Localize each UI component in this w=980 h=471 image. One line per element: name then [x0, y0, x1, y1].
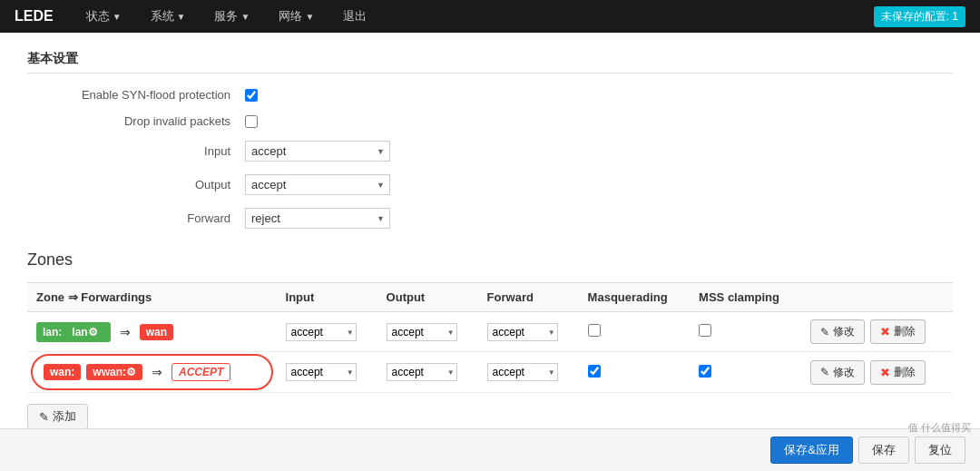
wan-input-cell: accept reject drop	[277, 352, 377, 393]
gear-icon: ⚙	[88, 326, 98, 339]
lan-output-cell: accept reject drop	[377, 312, 478, 352]
lan-forward-select[interactable]: accept reject drop	[487, 323, 558, 341]
wan-mss-checkbox[interactable]	[699, 365, 711, 378]
col-output: Output	[377, 283, 478, 312]
section-title: 基本设置	[27, 51, 953, 74]
wan-masquerading-cell	[579, 352, 690, 393]
output-select[interactable]: accept reject drop	[245, 174, 390, 195]
wan-row-actions: ✎ 修改 ✖ 删除	[810, 360, 944, 385]
wwan-badge[interactable]: wwan: ⚙	[86, 364, 142, 380]
wan-forward-select[interactable]: accept reject drop	[487, 363, 558, 381]
bottom-bar: 保存&应用 保存 复位	[0, 428, 980, 471]
chevron-down-icon: ▼	[305, 12, 314, 22]
col-masquerading: Masquerading	[579, 283, 690, 312]
wan-zone-forward-cell: wan: wwan: ⚙ ⇒ ACCEPT	[27, 352, 277, 393]
lan-badge[interactable]: lan: lan ⚙	[36, 322, 111, 342]
lan-mss-cell	[690, 312, 801, 352]
forward-row: Forward accept reject drop	[27, 208, 953, 229]
input-select[interactable]: accept reject drop	[245, 141, 390, 162]
lan-forward-select-container: accept reject drop	[487, 323, 558, 341]
wwan-label: wwan:	[93, 366, 126, 378]
chevron-down-icon: ▼	[240, 12, 250, 22]
lan-output-select[interactable]: accept reject drop	[387, 323, 457, 341]
wan-forward-cell: accept reject drop	[478, 352, 579, 393]
wan-masquerading-checkbox[interactable]	[588, 365, 601, 378]
forward-select[interactable]: accept reject drop	[245, 208, 390, 229]
forward-select-container: accept reject drop	[245, 208, 390, 229]
table-header-row: Zone ⇒ Forwardings Input Output Forward …	[27, 283, 953, 312]
forward-label: Forward	[45, 211, 245, 225]
forward-control: accept reject drop	[245, 208, 390, 229]
output-control: accept reject drop	[245, 174, 390, 195]
lan-actions-cell: ✎ 修改 ✖ 删除	[801, 312, 953, 352]
delete-icon: ✖	[880, 366, 890, 379]
wan-forward-badge[interactable]: wan	[140, 324, 173, 340]
lan-inner-badge[interactable]: lan ⚙	[65, 324, 103, 340]
wan-forward-select-container: accept reject drop	[487, 363, 558, 381]
brand: LEDE	[15, 8, 54, 25]
col-mss-clamping: MSS clamping	[690, 283, 801, 312]
zone-forward-wrap: lan: lan ⚙ ⇒ wan	[36, 322, 268, 342]
lan-edit-button[interactable]: ✎ 修改	[810, 319, 865, 344]
wan-input-select-container: accept reject drop	[286, 363, 357, 381]
wan-mss-cell	[690, 352, 801, 393]
wan-input-select[interactable]: accept reject drop	[286, 363, 357, 381]
lan-forward-cell: accept reject drop	[478, 312, 579, 352]
delete-icon: ✖	[880, 325, 890, 339]
syn-flood-label: Enable SYN-flood protection	[45, 88, 245, 102]
zones-section: Zones Zone ⇒ Forwardings Input Output Fo…	[27, 250, 953, 429]
save-button[interactable]: 保存	[858, 437, 909, 464]
watermark: 值 什么值得买	[908, 421, 971, 435]
lan-mss-checkbox[interactable]	[699, 324, 711, 337]
lan-masquerading-cell	[579, 312, 690, 352]
col-input: Input	[277, 283, 377, 312]
syn-flood-checkbox[interactable]	[245, 89, 258, 102]
lan-output-select-container: accept reject drop	[387, 323, 457, 341]
nav-network[interactable]: 网络 ▼	[273, 0, 319, 33]
navbar: LEDE 状态 ▼ 系统 ▼ 服务 ▼ 网络 ▼ 退出 未保存的配置: 1	[0, 0, 980, 33]
arrow-icon: ⇒	[146, 365, 168, 379]
wan-output-cell: accept reject drop	[377, 352, 478, 393]
nav-system[interactable]: 系统 ▼	[145, 0, 191, 33]
main-content: 基本设置 Enable SYN-flood protection Drop in…	[0, 33, 980, 471]
lan-masquerading-checkbox[interactable]	[588, 324, 601, 337]
gear-icon: ⚙	[126, 366, 136, 378]
nav-logout[interactable]: 退出	[338, 0, 372, 33]
reset-button[interactable]: 复位	[915, 437, 965, 464]
col-zone-forwardings: Zone ⇒ Forwardings	[27, 283, 277, 312]
input-select-container: accept reject drop	[245, 141, 390, 162]
wan-delete-button[interactable]: ✖ 删除	[870, 360, 926, 385]
save-apply-button[interactable]: 保存&应用	[770, 437, 853, 464]
zone-forward-cell: lan: lan ⚙ ⇒ wan	[27, 312, 277, 352]
drop-invalid-checkbox[interactable]	[245, 115, 258, 128]
input-label: Input	[45, 144, 245, 158]
wan-badge[interactable]: wan:	[44, 364, 81, 380]
chevron-down-icon: ▼	[113, 12, 122, 22]
col-actions	[801, 283, 953, 312]
wan-edit-button[interactable]: ✎ 修改	[810, 360, 865, 385]
lan-input-cell: accept reject drop	[277, 312, 377, 352]
unsaved-badge: 未保存的配置: 1	[874, 6, 965, 27]
accept-forward-badge[interactable]: ACCEPT	[172, 363, 230, 381]
wan-output-select-container: accept reject drop	[387, 363, 457, 381]
lan-input-select[interactable]: accept reject drop	[286, 323, 357, 341]
arrow-icon: ⇒	[114, 325, 136, 339]
wan-output-select[interactable]: accept reject drop	[387, 363, 457, 381]
lan-delete-button[interactable]: ✖ 删除	[870, 319, 926, 344]
output-select-container: accept reject drop	[245, 174, 390, 195]
nav-services[interactable]: 服务 ▼	[209, 0, 255, 33]
lan-badge-label: lan:	[43, 326, 62, 339]
wan-forward-wrap: wan: wwan: ⚙ ⇒ ACCEPT	[36, 359, 268, 385]
zones-title: Zones	[27, 250, 953, 270]
edit-icon: ✎	[820, 326, 829, 339]
output-row: Output accept reject drop	[27, 174, 953, 195]
drop-invalid-label: Drop invalid packets	[45, 114, 245, 128]
nav-status[interactable]: 状态 ▼	[81, 0, 127, 33]
edit-icon: ✎	[820, 366, 829, 378]
lan-input-select-container: accept reject drop	[286, 323, 357, 341]
table-row: lan: lan ⚙ ⇒ wan	[27, 312, 953, 352]
plus-icon: ✎	[39, 410, 49, 424]
add-zone-button[interactable]: ✎ 添加	[27, 404, 88, 429]
lan-row-actions: ✎ 修改 ✖ 删除	[810, 319, 944, 344]
output-label: Output	[45, 178, 245, 191]
